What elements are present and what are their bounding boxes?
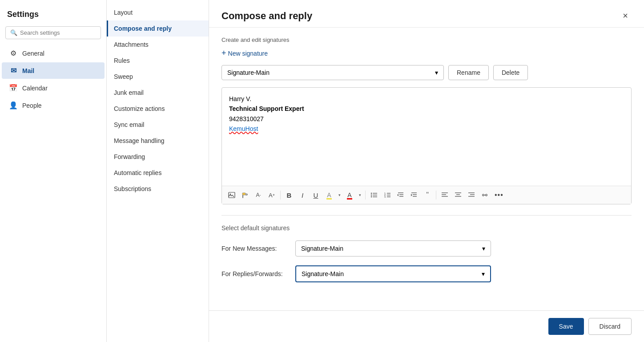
rename-button[interactable]: Rename (448, 65, 489, 80)
toolbar-font-color-dropdown[interactable]: ▾ (357, 189, 363, 201)
replies-dropdown[interactable]: Signature-Main ▾ (295, 265, 491, 282)
new-messages-dropdown[interactable]: Signature-Main ▾ (295, 240, 491, 256)
plus-icon: + (221, 49, 226, 58)
nav-item-auto-replies[interactable]: Automatic replies (107, 165, 209, 181)
nav-item-customize[interactable]: Customize actions (107, 101, 209, 117)
nav-item-message-handling[interactable]: Message handling (107, 133, 209, 149)
toolbar-quote-button[interactable]: " (421, 189, 434, 201)
nav-item-rules[interactable]: Rules (107, 53, 209, 69)
people-icon: 👤 (9, 101, 18, 110)
main-content: Compose and reply × Create and edit sign… (209, 0, 644, 342)
signature-title-line: Technical Support Expert (229, 104, 624, 114)
middle-nav: Layout Compose and reply Attachments Rul… (107, 0, 209, 342)
svg-point-3 (371, 193, 372, 194)
search-icon: 🔍 (10, 29, 17, 36)
new-messages-label: For New Messages: (221, 245, 288, 252)
section-divider (221, 215, 632, 216)
svg-rect-2 (242, 193, 246, 195)
new-messages-row: For New Messages: Signature-Main ▾ (221, 240, 632, 256)
discard-button[interactable]: Discard (588, 318, 632, 335)
sidebar-item-general-label: General (22, 50, 44, 57)
toolbar-align-right-button[interactable] (465, 189, 478, 201)
svg-text:3.: 3. (384, 195, 386, 198)
main-footer: Save Discard (209, 310, 644, 342)
toolbar-increase-indent-button[interactable] (408, 189, 420, 201)
toolbar-italic-button[interactable]: I (296, 189, 309, 201)
replies-dropdown-value: Signature-Main (302, 270, 344, 277)
toolbar-highlight-button[interactable]: A (323, 189, 335, 201)
toolbar-highlight-dropdown[interactable]: ▾ (336, 189, 342, 201)
signature-selector-row: Signature-Main ▾ Rename Delete (221, 65, 632, 80)
sidebar-item-general[interactable]: ⚙ General (2, 45, 105, 61)
app-title: Settings (0, 4, 106, 26)
nav-item-sweep[interactable]: Sweep (107, 69, 209, 85)
calendar-icon: 📅 (9, 84, 18, 92)
nav-item-sync[interactable]: Sync email (107, 117, 209, 133)
new-signature-button[interactable]: + New signature (221, 49, 268, 58)
sidebar-item-calendar-label: Calendar (22, 85, 48, 92)
save-button[interactable]: Save (548, 318, 584, 335)
toolbar-bullets-button[interactable] (368, 189, 380, 201)
sidebar-item-people[interactable]: 👤 People (2, 97, 105, 114)
toolbar-more-button[interactable]: ••• (492, 189, 506, 201)
main-body: Create and edit signatures + New signatu… (209, 28, 644, 310)
signature-toolbar: A- A+ B I U A ▾ A (222, 186, 631, 204)
toolbar-bold-button[interactable]: B (283, 189, 295, 201)
new-signature-label: New signature (228, 50, 268, 57)
signature-link-line: KemuHost (229, 124, 624, 134)
toolbar-font-decrease-button[interactable]: A- (252, 189, 265, 201)
new-messages-dropdown-value: Signature-Main (301, 245, 343, 252)
nav-item-forwarding[interactable]: Forwarding (107, 149, 209, 165)
toolbar-separator-1 (280, 191, 281, 200)
search-box[interactable]: 🔍 (5, 26, 101, 39)
chevron-down-icon-new: ▾ (482, 245, 485, 252)
delete-button[interactable]: Delete (493, 65, 528, 80)
page-title: Compose and reply (221, 10, 312, 22)
toolbar-align-center-button[interactable] (452, 189, 464, 201)
sidebar-item-mail[interactable]: ✉ Mail (2, 62, 105, 79)
nav-item-junk[interactable]: Junk email (107, 85, 209, 101)
svg-point-4 (371, 195, 372, 195)
sidebar-item-calendar[interactable]: 📅 Calendar (2, 80, 105, 96)
svg-point-1 (230, 194, 231, 195)
signature-link[interactable]: KemuHost (229, 125, 258, 132)
sidebar-item-people-label: People (22, 102, 42, 109)
chevron-down-icon-replies: ▾ (482, 270, 485, 277)
replies-row: For Replies/Forwards: Signature-Main ▾ (221, 265, 632, 282)
toolbar-align-left-button[interactable] (439, 189, 451, 201)
gear-icon: ⚙ (9, 49, 18, 57)
signature-dropdown[interactable]: Signature-Main ▾ (221, 65, 444, 80)
search-input[interactable] (20, 29, 96, 36)
toolbar-font-increase-button[interactable]: A+ (266, 189, 278, 201)
main-header: Compose and reply × (209, 0, 644, 28)
svg-point-5 (371, 196, 372, 197)
toolbar-separator-3 (436, 191, 436, 200)
chevron-down-icon: ▾ (435, 69, 438, 76)
nav-item-layout[interactable]: Layout (107, 4, 209, 20)
toolbar-separator-2 (365, 191, 366, 200)
sidebar-item-mail-label: Mail (22, 67, 34, 74)
signature-dropdown-value: Signature-Main (227, 69, 270, 76)
close-button[interactable]: × (619, 9, 632, 23)
nav-item-subscriptions[interactable]: Subscriptions (107, 181, 209, 197)
toolbar-underline-button[interactable]: U (310, 189, 322, 201)
mail-icon: ✉ (9, 66, 18, 75)
replies-label: For Replies/Forwards: (221, 270, 288, 277)
toolbar-decrease-indent-button[interactable] (394, 189, 407, 201)
toolbar-link-button[interactable] (479, 189, 491, 201)
toolbar-font-color-button[interactable]: A (343, 189, 356, 201)
nav-item-attachments[interactable]: Attachments (107, 37, 209, 53)
signature-editor: Harry V. Technical Support Expert 942831… (221, 87, 632, 204)
svg-rect-0 (229, 192, 235, 198)
nav-item-compose[interactable]: Compose and reply (107, 20, 209, 37)
toolbar-format-painter-button[interactable] (239, 189, 251, 201)
signature-content-area[interactable]: Harry V. Technical Support Expert 942831… (222, 88, 631, 186)
signature-phone-line: 9428310027 (229, 114, 624, 124)
default-signatures-label: Select default signatures (221, 224, 632, 232)
create-signatures-label: Create and edit signatures (221, 37, 632, 43)
toolbar-image-button[interactable] (225, 189, 238, 201)
default-signatures-section: Select default signatures For New Messag… (221, 224, 632, 282)
toolbar-numbered-button[interactable]: 1. 2. 3. (381, 189, 394, 201)
signature-name-line: Harry V. (229, 94, 624, 104)
sidebar: Settings 🔍 ⚙ General ✉ Mail 📅 Calendar 👤… (0, 0, 107, 342)
